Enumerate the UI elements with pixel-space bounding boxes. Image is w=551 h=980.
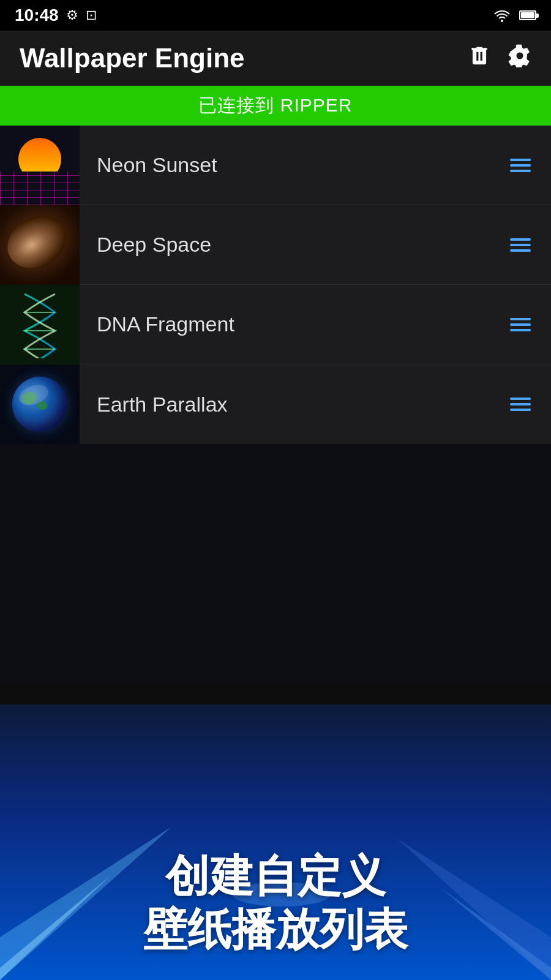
connection-text: 已连接到 RIPPER: [198, 93, 352, 118]
promo-line1: 创建自定义: [0, 850, 551, 902]
status-time: 10:48: [15, 6, 59, 25]
wallpaper-thumb-earth: [0, 364, 80, 444]
battery-icon: [519, 10, 536, 20]
app-title: Wallpaper Engine: [20, 43, 245, 74]
menu-icon-dna-fragment[interactable]: [508, 318, 533, 331]
settings-button[interactable]: [508, 44, 531, 73]
menu-icon-earth-parallax[interactable]: [508, 398, 533, 411]
wallpaper-name-neon-sunset: Neon Sunset: [80, 153, 508, 177]
wallpaper-name-deep-space: Deep Space: [80, 233, 508, 257]
wallpaper-item-neon-sunset[interactable]: Neon Sunset: [0, 126, 551, 205]
wallpaper-item-dna-fragment[interactable]: DNA Fragment: [0, 285, 551, 364]
status-right: [493, 9, 536, 22]
wallpaper-thumb-deep-space: [0, 205, 80, 285]
wallpaper-item-deep-space[interactable]: Deep Space: [0, 205, 551, 285]
wallpaper-name-earth-parallax: Earth Parallax: [80, 393, 508, 417]
screenshot-status-icon: ⊡: [86, 7, 97, 23]
wallpaper-item-earth-parallax[interactable]: Earth Parallax: [0, 364, 551, 444]
promo-line2: 壁纸播放列表: [0, 903, 551, 956]
status-bar: 10:48 ⚙ ⊡: [0, 0, 551, 31]
menu-icon-deep-space[interactable]: [508, 238, 533, 252]
status-left: 10:48 ⚙ ⊡: [15, 6, 97, 25]
wallpaper-thumb-dna: [0, 285, 80, 364]
content-area: [0, 444, 551, 683]
wallpaper-list: Neon Sunset Deep Space: [0, 126, 551, 444]
settings-status-icon: ⚙: [66, 7, 78, 23]
promo-text: 创建自定义 壁纸播放列表: [0, 850, 551, 956]
delete-button[interactable]: [468, 44, 491, 73]
wallpaper-thumb-neon-sunset: [0, 126, 80, 205]
earth-graphic: [12, 377, 67, 432]
app-bar: Wallpaper Engine: [0, 31, 551, 86]
menu-icon-neon-sunset[interactable]: [508, 159, 533, 172]
app-bar-actions: [468, 44, 531, 73]
wallpaper-name-dna-fragment: DNA Fragment: [80, 312, 508, 336]
connection-banner: 已连接到 RIPPER: [0, 86, 551, 126]
wifi-icon: [493, 9, 511, 22]
promo-area: 创建自定义 壁纸播放列表: [0, 704, 551, 980]
